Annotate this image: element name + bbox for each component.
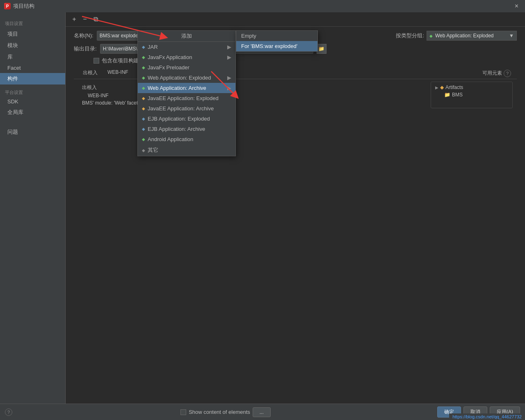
bottom-bar: ? Show content of elements ... 确定 取消 应用(… xyxy=(0,404,525,420)
web-inf-item[interactable]: WEB-INF xyxy=(78,92,427,99)
content-panel: 出根入 WEB-INF BMS' module: 'Web' facet res… xyxy=(78,82,427,108)
type-select[interactable]: ◆ Web Application: Exploded ▼ xyxy=(427,31,517,41)
add-button[interactable]: + xyxy=(70,15,79,24)
bms-label: BMS xyxy=(452,92,463,98)
type-select-value: Web Application: Exploded xyxy=(435,33,494,39)
platform-settings-label: 平台设置 xyxy=(0,86,65,96)
dropdown-arrow-icon: ▼ xyxy=(509,33,514,39)
title-bar: P 项目结构 × xyxy=(0,0,525,12)
submenu-arrow-javafx: ▶ xyxy=(227,54,231,60)
close-button[interactable]: × xyxy=(512,2,521,11)
main-container: 项目设置 项目 模块 库 Facet 构件 平台设置 SDK 全局库 问题 xyxy=(0,12,525,404)
content-area: + − ⧉ 名称(N): 按类型分组: ◆ Web Application: E… xyxy=(66,12,525,404)
sidebar: 项目设置 项目 模块 库 Facet 构件 平台设置 SDK 全局库 问题 xyxy=(0,12,66,404)
title-bar-title: 项目结构 xyxy=(13,2,34,10)
artifacts-tree-node[interactable]: ▶ ◆ Artifacts xyxy=(433,84,511,91)
submenu-arrow-jar: ▶ xyxy=(227,44,231,50)
available-elements-header: 可用元素 ? xyxy=(481,68,513,79)
menu-item-javafx-app[interactable]: ◆ JavaFx Application ▶ xyxy=(138,52,235,62)
status-bar-url: https://blog.csdn.net/qq_44627732 xyxy=(449,413,525,420)
show-content-row: Show content of elements ... xyxy=(180,407,271,417)
sidebar-item-artifacts[interactable]: 构件 xyxy=(0,73,65,84)
app-icon: P xyxy=(4,3,11,9)
add-dropdown-menu: 添加 ◆ JAR ▶ ◆ JavaFx Application ▶ ◆ Java… xyxy=(137,30,236,156)
options-button[interactable]: ... xyxy=(253,407,271,417)
available-elements-label: 可用元素 xyxy=(482,70,502,77)
submenu-empty[interactable]: Empty xyxy=(236,31,317,41)
sidebar-item-project[interactable]: 项目 xyxy=(0,28,65,40)
web-archive-submenu: Empty For 'BMS:war exploded' xyxy=(236,30,318,52)
available-elements-panel: ▶ ◆ Artifacts 📁 BMS xyxy=(431,82,513,108)
sidebar-item-library[interactable]: 库 xyxy=(0,51,65,63)
bms-folder-icon: 📁 xyxy=(444,92,450,98)
sidebar-item-sdk[interactable]: SDK xyxy=(0,96,65,107)
content-tree: 出根入 WEB-INF BMS' module: 'Web' facet res… xyxy=(78,82,427,108)
artifacts-folder-icon: ◆ xyxy=(440,84,444,90)
name-label: 名称(N): xyxy=(74,32,94,39)
menu-item-jar[interactable]: ◆ JAR ▶ xyxy=(138,42,235,52)
menu-item-javafx-preloader[interactable]: ◆ JavaFx Preloader xyxy=(138,62,235,73)
browse-button[interactable]: 📁 xyxy=(317,44,326,54)
tab-web-inf[interactable]: WEB-INF xyxy=(103,68,133,79)
menu-item-other[interactable]: ◆ 其它 xyxy=(138,144,235,156)
menu-item-javaee-archive[interactable]: ◆ JavaEE Application: Archive xyxy=(138,103,235,114)
include-build-checkbox[interactable] xyxy=(94,58,99,64)
tab-output-layout[interactable]: 出根入 xyxy=(78,68,103,79)
bottom-bar-left: ? xyxy=(5,409,14,416)
submenu-arrow-web-archive: ▶ xyxy=(227,85,231,91)
output-root-item[interactable]: 出根入 xyxy=(78,83,427,92)
title-bar-left: P 项目结构 xyxy=(4,2,34,10)
submenu-arrow-web-exploded: ▶ xyxy=(227,75,231,81)
type-label: 按类型分组: xyxy=(396,32,424,39)
show-content-label: Show content of elements xyxy=(189,409,250,415)
help-icon[interactable]: ? xyxy=(504,70,511,77)
sidebar-item-global-library[interactable]: 全局库 xyxy=(0,107,65,118)
toolbar: + − ⧉ xyxy=(66,12,525,27)
menu-item-javaee-exploded[interactable]: ◆ JavaEE Application: Exploded xyxy=(138,93,235,103)
bottom-help-icon[interactable]: ? xyxy=(5,409,12,416)
sidebar-item-problems[interactable]: 问题 xyxy=(0,126,65,138)
bms-module-item[interactable]: BMS' module: 'Web' facet resources xyxy=(78,99,427,107)
add-menu-header: 添加 xyxy=(138,31,235,42)
menu-item-ejb-exploded[interactable]: ◆ EJB Application: Exploded xyxy=(138,114,235,124)
bms-tree-node[interactable]: 📁 BMS xyxy=(433,91,511,98)
type-dropdown-container: 按类型分组: ◆ Web Application: Exploded ▼ xyxy=(396,31,517,41)
remove-button[interactable]: − xyxy=(80,15,89,24)
menu-item-ejb-archive[interactable]: ◆ EJB Application: Archive xyxy=(138,124,235,134)
submenu-for-bms[interactable]: For 'BMS:war exploded' xyxy=(236,41,317,51)
output-dir-label: 输出目录: xyxy=(74,45,97,52)
menu-item-web-exploded[interactable]: ◆ Web Application: Exploded ▶ xyxy=(138,73,235,83)
menu-item-web-archive[interactable]: ◆ Web Application: Archive ▶ xyxy=(138,83,235,93)
copy-button[interactable]: ⧉ xyxy=(91,15,100,24)
tree-expand-arrow: ▶ xyxy=(435,85,438,90)
project-settings-label: 项目设置 xyxy=(0,19,65,28)
form-area: 名称(N): 按类型分组: ◆ Web Application: Explode… xyxy=(66,27,525,404)
sidebar-item-modules[interactable]: 模块 xyxy=(0,40,65,51)
menu-item-android[interactable]: ◆ Android Application xyxy=(138,134,235,144)
sidebar-item-facet[interactable]: Facet xyxy=(0,63,65,73)
show-content-checkbox[interactable] xyxy=(180,409,186,415)
artifacts-label: Artifacts xyxy=(445,84,463,90)
